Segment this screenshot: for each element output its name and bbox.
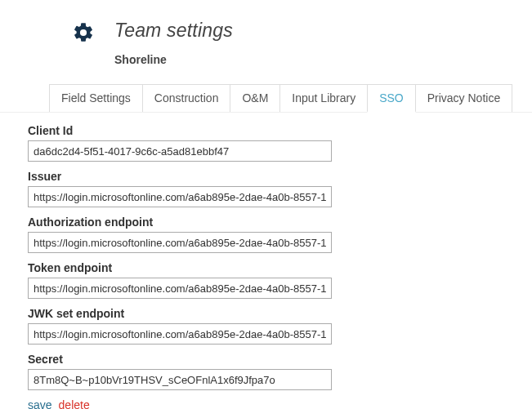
field-token-endpoint: Token endpoint <box>28 261 532 299</box>
gear-icon <box>72 21 95 44</box>
tab-privacy-notice[interactable]: Privacy Notice <box>415 84 512 112</box>
input-secret[interactable] <box>28 369 332 390</box>
label-token-endpoint: Token endpoint <box>28 261 532 274</box>
delete-button[interactable]: delete <box>59 398 90 409</box>
field-issuer: Issuer <box>28 170 532 207</box>
tab-bar: Field Settings Construction O&M Input Li… <box>0 84 532 113</box>
team-name: Shoreline <box>114 53 233 66</box>
field-authorization-endpoint: Authorization endpoint <box>28 216 532 253</box>
label-secret: Secret <box>28 353 532 366</box>
tab-oam[interactable]: O&M <box>230 84 280 112</box>
label-authorization-endpoint: Authorization endpoint <box>28 216 532 229</box>
input-client-id[interactable] <box>28 140 332 162</box>
title-block: Team settings Shoreline <box>114 20 233 66</box>
page-header: Team settings Shoreline <box>0 0 532 66</box>
input-issuer[interactable] <box>28 186 332 207</box>
save-button[interactable]: save <box>28 398 52 409</box>
sso-form: Client Id Issuer Authorization endpoint … <box>0 113 532 409</box>
tab-input-library[interactable]: Input Library <box>279 84 368 112</box>
label-client-id: Client Id <box>28 124 532 137</box>
field-secret: Secret <box>28 353 532 390</box>
page-title: Team settings <box>114 20 233 42</box>
label-issuer: Issuer <box>28 170 532 183</box>
input-token-endpoint[interactable] <box>28 278 332 299</box>
field-jwk-set-endpoint: JWK set endpoint <box>28 307 532 345</box>
input-jwk-set-endpoint[interactable] <box>28 323 332 345</box>
field-client-id: Client Id <box>28 124 532 162</box>
label-jwk-set-endpoint: JWK set endpoint <box>28 307 532 320</box>
input-authorization-endpoint[interactable] <box>28 232 332 253</box>
tab-construction[interactable]: Construction <box>142 84 231 112</box>
tab-sso[interactable]: SSO <box>367 84 416 113</box>
tab-field-settings[interactable]: Field Settings <box>49 84 143 112</box>
form-actions: save delete <box>28 398 532 409</box>
